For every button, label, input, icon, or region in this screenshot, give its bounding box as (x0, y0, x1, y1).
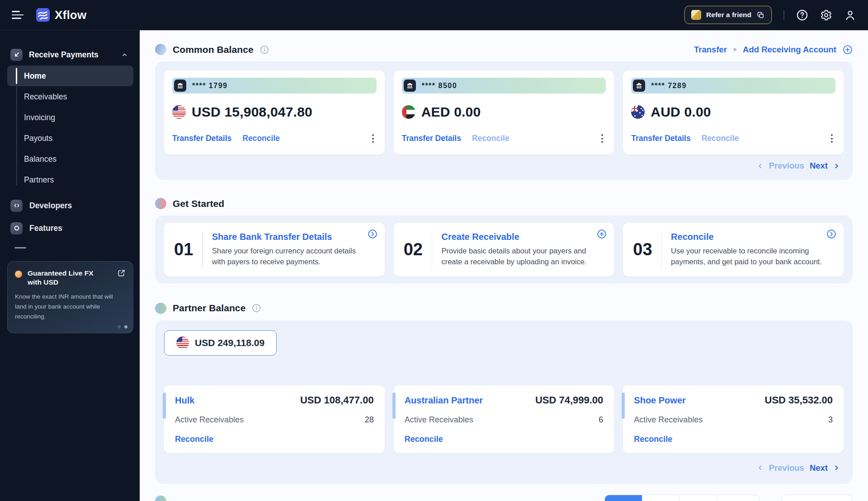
transfer-details-link[interactable]: Transfer Details (402, 134, 461, 143)
active-receivables-count: 3 (828, 415, 833, 425)
currency-tab-aud[interactable]: AUD (679, 495, 717, 501)
carousel-dot[interactable] (118, 325, 121, 328)
external-link-icon[interactable] (117, 269, 126, 288)
partner-amount: USD 74,999.00 (535, 394, 603, 406)
transfer-details-link[interactable]: Transfer Details (172, 134, 231, 143)
reconcile-link[interactable]: Reconcile (472, 134, 509, 143)
sidebar-item-balances[interactable]: Balances (7, 149, 133, 169)
step-number: 02 (404, 241, 423, 258)
partner-card-shoe-power: Shoe Power USD 35,532.00 Active Receivab… (623, 385, 844, 453)
bank-icon (633, 80, 645, 92)
settings-gear-icon[interactable] (820, 9, 832, 21)
sidebar-section-receive-payments[interactable]: Receive Payments (0, 47, 140, 62)
chevron-circle-icon[interactable] (368, 229, 377, 239)
chevron-right-icon[interactable] (833, 464, 840, 471)
reconcile-link[interactable]: Reconcile (175, 435, 213, 444)
carousel-dot[interactable] (124, 325, 127, 328)
partner-amount: USD 35,532.00 (765, 394, 833, 406)
brand-name: Xflow (55, 8, 86, 22)
sidebar-item-payouts[interactable]: Payouts (7, 128, 133, 149)
section-circle-icon (155, 303, 166, 314)
step-title-link[interactable]: Reconcile (671, 232, 825, 242)
chevron-circle-icon[interactable] (826, 229, 836, 239)
reconcile-link[interactable]: Reconcile (702, 134, 739, 143)
currency-tab-usd[interactable]: USD (605, 495, 642, 501)
gift-card-icon (691, 10, 701, 20)
partner-balance-header: Partner Balance (155, 303, 261, 314)
promo-body: Know the exact INR amount that will land… (15, 292, 126, 321)
info-icon[interactable] (252, 304, 261, 313)
reconcile-link[interactable]: Reconcile (634, 435, 672, 444)
step-title-link[interactable]: Create Receivable (441, 232, 595, 242)
info-icon[interactable] (260, 45, 269, 54)
sidebar-item-home[interactable]: Home (7, 66, 133, 86)
xflow-logo-icon (36, 8, 50, 22)
step-title-link[interactable]: Share Bank Transfer Details (212, 232, 366, 242)
partner-balance-pagination: Previous Next (164, 463, 844, 473)
transfer-details-link[interactable]: Transfer Details (631, 134, 690, 143)
brand[interactable]: Xflow (36, 8, 86, 22)
partner-name-link[interactable]: Australian Partner (405, 395, 483, 406)
step-card-3[interactable]: 03 Reconcile Use your receivable to reco… (623, 223, 844, 276)
kebab-menu-icon[interactable] (828, 132, 835, 145)
step-description: Share your foreign currency account deta… (212, 246, 366, 267)
previous-button[interactable]: Previous (769, 463, 804, 473)
sidebar-item-developers[interactable]: Developers (10, 198, 128, 213)
partner-balance-title: Partner Balance (173, 303, 245, 314)
sidebar-item-features[interactable]: Features (10, 221, 128, 235)
plus-circle-icon[interactable] (843, 45, 853, 55)
transfer-link[interactable]: Transfer (694, 45, 727, 55)
active-receivables-count: 6 (599, 415, 603, 425)
main-content: Common Balance Transfer Add Receiving Ac… (140, 30, 868, 501)
account-strip: **** 7289 (631, 78, 835, 94)
balance-amount: AUD 0.00 (651, 104, 711, 120)
bank-icon (404, 80, 416, 92)
step-divider (432, 232, 433, 267)
chevron-up-icon[interactable] (121, 52, 128, 58)
balance-amount: AED 0.00 (421, 104, 481, 120)
currency-tab-more[interactable] (717, 495, 759, 501)
next-button[interactable]: Next (810, 463, 828, 473)
partner-name-link[interactable]: Hulk (175, 395, 194, 406)
us-flag-icon (176, 337, 189, 349)
active-receivables-count: 28 (365, 415, 374, 425)
refer-a-friend-label: Refer a friend (706, 11, 751, 19)
step-card-1[interactable]: 01 Share Bank Transfer Details Share you… (164, 223, 385, 276)
partner-total-chip[interactable]: USD 249,118.09 (164, 330, 277, 356)
active-receivables-label: Active Receivables (405, 415, 473, 425)
dot-separator (733, 48, 736, 51)
reconcile-link[interactable]: Reconcile (405, 435, 443, 444)
get-started-title: Get Started (173, 198, 224, 209)
hamburger-menu-icon[interactable] (12, 11, 24, 19)
sidebar-item-invoicing[interactable]: Invoicing (7, 107, 133, 128)
currency-tab-aed[interactable]: AED (642, 495, 680, 501)
partner-name-link[interactable]: Shoe Power (634, 395, 685, 406)
sidebar-item-partners[interactable]: Partners (7, 169, 133, 190)
refer-a-friend-button[interactable]: Refer a friend (684, 6, 772, 24)
plus-circle-icon[interactable] (597, 229, 607, 239)
next-button[interactable]: Next (810, 161, 828, 171)
step-description: Use your receivable to reconcile incomin… (671, 246, 825, 267)
partner-card-hulk: Hulk USD 108,477.00 Active Receivables 2… (164, 385, 385, 453)
kebab-menu-icon[interactable] (599, 132, 606, 145)
add-receiving-account-link[interactable]: Add Receiving Account (743, 45, 836, 55)
chevron-right-icon[interactable] (833, 163, 840, 169)
user-profile-icon[interactable] (844, 9, 856, 21)
reconcile-link[interactable]: Reconcile (242, 134, 280, 143)
get-started-header: Get Started (155, 198, 224, 209)
receive-payments-icon (10, 49, 23, 61)
masked-account-number: **** 8500 (422, 82, 457, 90)
help-icon[interactable] (796, 9, 808, 21)
step-card-2[interactable]: 02 Create Receivable Provide basic detai… (394, 223, 614, 276)
sidebar-item-receivables[interactable]: Receivables (7, 86, 133, 107)
common-balance-pagination: Previous Next (164, 161, 844, 171)
code-icon (10, 200, 23, 212)
copy-icon[interactable] (756, 11, 765, 19)
previous-button[interactable]: Previous (769, 161, 804, 171)
kebab-menu-icon[interactable] (369, 132, 377, 145)
date-range-select[interactable]: Life till date (781, 495, 853, 501)
chevron-left-icon[interactable] (757, 163, 764, 169)
chevron-left-icon[interactable] (757, 464, 764, 471)
partner-total-amount: USD 249,118.09 (195, 337, 264, 348)
partner-accent-bar (163, 393, 166, 419)
